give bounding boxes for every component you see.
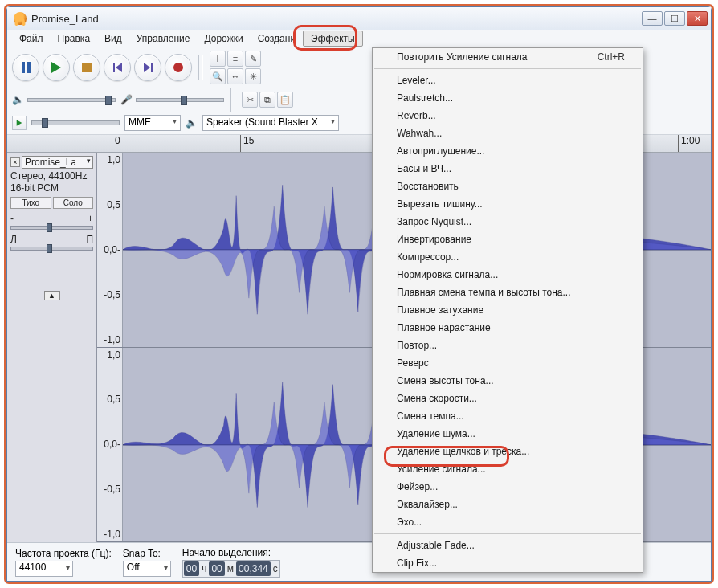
titlebar: Promise_Land — ☐ ✕: [7, 7, 711, 30]
playback-volume[interactable]: 🔈: [12, 94, 116, 105]
fx-item[interactable]: Вырезать тишину...: [373, 195, 643, 213]
snap-label: Snap To:: [123, 548, 171, 559]
play-button[interactable]: [43, 54, 70, 81]
menu-file[interactable]: Файл: [12, 31, 51, 46]
fx-item[interactable]: Фейзер...: [373, 478, 643, 496]
project-rate-label: Частота проекта (Гц):: [15, 548, 112, 559]
draw-tool-icon[interactable]: ✎: [245, 51, 261, 67]
pan-slider[interactable]: [10, 247, 93, 251]
fx-item[interactable]: Нормировка сигнала...: [373, 266, 643, 284]
stop-button[interactable]: [73, 54, 100, 81]
fx-item[interactable]: Удаление шума...: [373, 425, 643, 443]
fx-item[interactable]: Басы и ВЧ...: [373, 160, 643, 178]
fx-item[interactable]: Wahwah...: [373, 125, 643, 142]
ruler-tick-0: 0: [115, 135, 120, 146]
pause-button[interactable]: [12, 54, 39, 81]
fx-item[interactable]: Плавная смена темпа и высоты тона...: [373, 284, 643, 301]
speaker-icon: 🔈: [186, 117, 198, 129]
transport-toolbar: [12, 54, 192, 81]
track-close-button[interactable]: ×: [10, 157, 20, 167]
window-title: Promise_Land: [31, 13, 642, 25]
fx-item[interactable]: Плавное затухание: [373, 301, 643, 319]
gain-slider[interactable]: [10, 226, 93, 230]
fx-item[interactable]: Смена высоты тона...: [373, 372, 643, 390]
fx-item[interactable]: Восстановить: [373, 178, 643, 195]
fx-item[interactable]: Удаление щелчков и треска...: [373, 443, 643, 460]
fx-item[interactable]: Реверс: [373, 354, 643, 372]
record-button[interactable]: [165, 54, 192, 81]
track-name-dropdown[interactable]: Promise_La: [22, 156, 93, 169]
maximize-button[interactable]: ☐: [664, 11, 685, 26]
menu-tracks[interactable]: Дорожки: [198, 31, 251, 46]
effects-dropdown-menu: Повторить Усиление сигнала Ctrl+R Levele…: [372, 47, 643, 573]
fx-item[interactable]: Усиление сигнала...: [373, 460, 643, 478]
project-rate-select[interactable]: 44100: [15, 561, 73, 577]
ruler-tick-15: 15: [243, 135, 254, 146]
menubar: Файл Правка Вид Управление Дорожки Созда…: [7, 30, 711, 47]
skip-end-button[interactable]: [134, 54, 161, 81]
menu-transport[interactable]: Управление: [129, 31, 198, 46]
fx-item[interactable]: Смена темпа...: [373, 407, 643, 425]
track-collapse-button[interactable]: ▲: [44, 291, 60, 300]
record-volume[interactable]: 🎤: [120, 94, 224, 105]
fx-item[interactable]: Paulstretch...: [373, 89, 643, 107]
audio-host-select[interactable]: MME: [124, 115, 181, 131]
close-button[interactable]: ✕: [687, 11, 708, 26]
fx-item[interactable]: Эхо...: [373, 513, 643, 531]
fx-item[interactable]: Reverb...: [373, 107, 643, 125]
skip-start-button[interactable]: [104, 54, 131, 81]
scrub-slider[interactable]: [31, 120, 120, 125]
fx-item[interactable]: Инвертирование: [373, 231, 643, 248]
fx-item[interactable]: Повтор...: [373, 337, 643, 354]
menu-effects-label: Эффекты: [311, 33, 355, 44]
selection-start-label: Начало выделения:: [182, 547, 280, 558]
timeshift-tool-icon[interactable]: ↔: [227, 68, 243, 84]
snap-select[interactable]: Off: [123, 561, 171, 577]
selection-start-time[interactable]: 00ч 00м 00,344с: [182, 560, 280, 578]
multi-tool-icon[interactable]: ✳: [245, 68, 261, 84]
amplitude-scale-left: 1,00,50,0--0,5-1,0: [97, 153, 123, 347]
fx-item[interactable]: Запрос Nyquist...: [373, 213, 643, 231]
fx-item[interactable]: Adjustable Fade...: [373, 537, 643, 554]
ruler-tick-60: 1:00: [681, 135, 700, 146]
solo-button[interactable]: Соло: [53, 197, 94, 209]
fx-item[interactable]: Автоприглушение...: [373, 142, 643, 160]
menu-view[interactable]: Вид: [97, 31, 129, 46]
track-control-panel: × Promise_La Стерео, 44100Hz 16-bit PCM …: [7, 153, 97, 542]
fx-item[interactable]: Компрессор...: [373, 248, 643, 266]
fx-repeat-accelerator: Ctrl+R: [598, 51, 625, 63]
copy-icon[interactable]: ⧉: [259, 92, 275, 108]
edit-toolbar: ✂ ⧉ 📋: [242, 92, 293, 108]
fx-item[interactable]: Clip Fix...: [373, 554, 643, 572]
tools-toolbar: I ≡ ✎ 🔍 ↔ ✳: [210, 51, 261, 84]
cut-icon[interactable]: ✂: [242, 92, 258, 108]
fx-item[interactable]: Leveler...: [373, 71, 643, 89]
menu-effects[interactable]: Эффекты: [303, 31, 363, 47]
fx-item[interactable]: Эквалайзер...: [373, 496, 643, 513]
mute-button[interactable]: Тихо: [10, 197, 51, 209]
play-mini-button[interactable]: [12, 116, 27, 130]
output-device-select[interactable]: Speaker (Sound Blaster X: [202, 115, 339, 131]
amplitude-scale-right: 1,00,50,0--0,5-1,0: [97, 348, 123, 542]
track-format: Стерео, 44100Hz 16-bit PCM: [10, 170, 93, 194]
speaker-icon: 🔈: [12, 94, 24, 105]
fx-repeat-last[interactable]: Повторить Усиление сигнала Ctrl+R: [373, 48, 643, 66]
menu-generate[interactable]: Создани: [251, 31, 303, 46]
fx-item[interactable]: Смена скорости...: [373, 390, 643, 407]
menu-edit[interactable]: Правка: [51, 31, 98, 46]
fx-item[interactable]: Плавное нарастание: [373, 319, 643, 337]
selection-tool-icon[interactable]: I: [210, 51, 226, 67]
envelope-tool-icon[interactable]: ≡: [227, 51, 243, 67]
mic-icon: 🎤: [120, 94, 133, 105]
paste-icon[interactable]: 📋: [277, 92, 293, 108]
minimize-button[interactable]: —: [642, 11, 663, 26]
zoom-tool-icon[interactable]: 🔍: [210, 68, 226, 84]
app-icon: [14, 12, 27, 25]
